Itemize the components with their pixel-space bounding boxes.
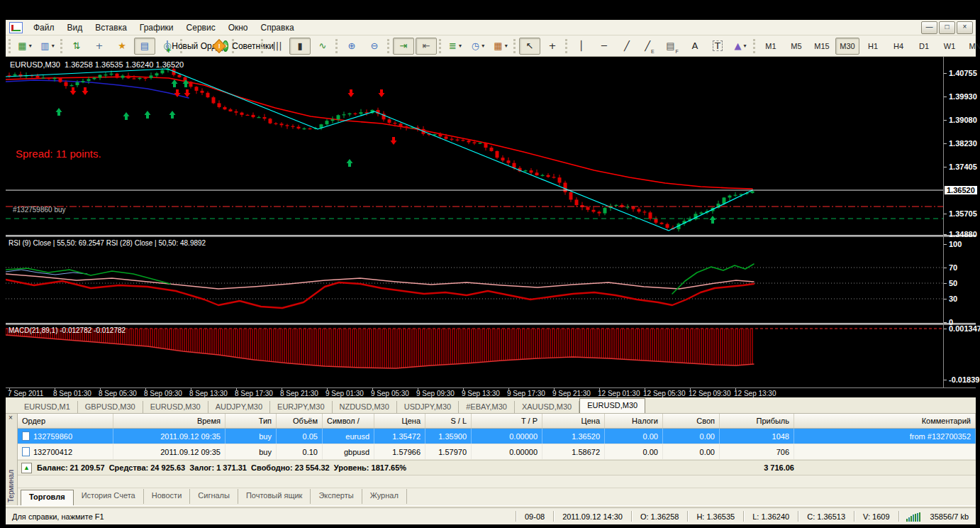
toolbar-grip[interactable] xyxy=(565,39,567,53)
terminal-tab-signals[interactable]: Сигналы xyxy=(190,489,238,504)
text-button[interactable]: A xyxy=(684,38,706,55)
column-header-5[interactable]: Цена xyxy=(374,414,425,428)
cursor-button[interactable]: ↖ xyxy=(519,38,540,55)
timeframe-mn-button[interactable]: MN xyxy=(963,38,980,55)
column-header-1[interactable]: Время xyxy=(113,414,225,428)
indicators-list-button[interactable]: ≣▾ xyxy=(445,38,466,55)
pane-separator[interactable] xyxy=(6,323,976,325)
zoom-in-button[interactable]: ⊕ xyxy=(341,38,362,55)
timeframe-h1-button[interactable]: H1 xyxy=(861,38,885,55)
menu-charts[interactable]: Графики xyxy=(133,21,180,35)
toolbar-grip[interactable] xyxy=(513,39,516,53)
minimize-button[interactable]: — xyxy=(921,21,937,34)
toolbar-grip[interactable] xyxy=(753,39,755,53)
close-icon[interactable]: × xyxy=(9,414,13,422)
chevron-down-icon[interactable]: ▾ xyxy=(481,43,484,49)
terminal-tab-journal[interactable]: Журнал xyxy=(362,489,407,504)
order-row-132700412[interactable]: 1327004122011.09.12 09:35buy0.10gbpusd1.… xyxy=(18,444,976,460)
column-header-4[interactable]: Символ / xyxy=(323,414,374,428)
chart-tab-gbpusd-m30[interactable]: GBPUSD,M30 xyxy=(78,401,143,413)
chart-shift-button[interactable]: ⇤ xyxy=(416,38,437,55)
arrows-shapes-button[interactable]: ▲▾ xyxy=(730,38,751,55)
crosshair-button[interactable]: + xyxy=(542,38,563,55)
toolbar-grip[interactable] xyxy=(261,39,263,53)
column-header-8[interactable]: Цена xyxy=(542,414,605,428)
horizontal-line-button[interactable]: ─ xyxy=(594,38,615,55)
chart-tab-eurjpy-m30[interactable]: EURJPY,M30 xyxy=(270,401,332,413)
toolbar-grip[interactable] xyxy=(335,39,338,53)
timeframe-h4-button[interactable]: H4 xyxy=(886,38,911,55)
data-window-button[interactable]: + xyxy=(89,38,110,55)
chart-tab--ebay-m30[interactable]: #EBAY,M30 xyxy=(459,401,515,413)
chart-tab-eurusd-m30[interactable]: EURUSD,M30 xyxy=(143,401,208,413)
timeframe-m5-button[interactable]: M5 xyxy=(784,38,808,55)
vertical-line-button[interactable]: │ xyxy=(571,38,592,55)
auto-scroll-button[interactable]: ⇥ xyxy=(393,38,414,55)
line-chart-mode-button[interactable]: ∿ xyxy=(312,38,333,55)
toolbar-grip[interactable] xyxy=(9,39,11,53)
column-header-11[interactable]: Прибыль xyxy=(720,414,794,428)
timeframe-w1-button[interactable]: W1 xyxy=(937,38,962,55)
toolbar-grip[interactable] xyxy=(439,39,441,53)
rsi-indicator-pane[interactable] xyxy=(6,237,943,324)
column-header-9[interactable]: Налоги xyxy=(605,414,663,428)
chart-tab-eurusd-m30[interactable]: EURUSD,M30 xyxy=(579,398,645,413)
expert-advisors-button[interactable]: ▶Советники xyxy=(238,38,259,55)
timeframe-d1-button[interactable]: D1 xyxy=(912,38,936,55)
column-header-6[interactable]: S / L xyxy=(425,414,472,428)
menu-view[interactable]: Вид xyxy=(61,21,89,35)
text-label-button[interactable]: T xyxy=(707,38,728,55)
new-order-button[interactable]: Новый Ордер xyxy=(186,38,207,55)
market-watch-button[interactable]: ⇅ xyxy=(66,38,87,55)
templates-button[interactable]: ▦▾ xyxy=(490,38,511,55)
chart-area[interactable]: 1.407551.399301.390801.382301.374051.357… xyxy=(6,57,976,397)
bar-chart-mode-button[interactable]: ||| xyxy=(267,38,288,55)
price-chart[interactable] xyxy=(6,58,943,236)
terminal-tab-mailbox[interactable]: Почтовый ящик xyxy=(238,489,311,504)
close-button[interactable]: × xyxy=(957,21,973,34)
fibonacci-retracement-button[interactable]: ▤F xyxy=(662,38,683,55)
pane-separator[interactable] xyxy=(6,235,976,237)
menu-window[interactable]: Окно xyxy=(222,21,255,35)
trendline-button[interactable]: ╱ xyxy=(616,38,637,55)
equidistant-channel-button[interactable]: ╱E xyxy=(639,38,660,55)
column-header-0[interactable]: Ордер xyxy=(18,414,113,428)
price-scale[interactable]: 1.407551.399301.390801.382301.374051.357… xyxy=(943,57,976,387)
order-row-132759860[interactable]: 1327598602011.09.12 09:35buy0.05eurusd1.… xyxy=(18,429,976,444)
chevron-down-icon[interactable]: ▾ xyxy=(52,43,55,49)
terminal-tab-news[interactable]: Новости xyxy=(144,489,191,504)
menu-file[interactable]: Файл xyxy=(27,21,61,35)
timeframe-m15-button[interactable]: M15 xyxy=(810,38,834,55)
terminal-tab-trade[interactable]: Торговля xyxy=(21,490,74,506)
navigator-button[interactable]: ★ xyxy=(111,38,133,55)
balance-row[interactable]: ▲ Баланс: 21 209.57 Средства: 24 925.63 … xyxy=(18,460,976,475)
candlestick-mode-button[interactable]: ▮ xyxy=(289,38,311,55)
open-profiles-button[interactable]: ▥▾ xyxy=(37,38,58,55)
chart-tab-eurusd-m1[interactable]: EURUSD,M1 xyxy=(17,401,78,413)
toolbar-grip[interactable] xyxy=(60,39,62,53)
terminal-tab-account-history[interactable]: История Счета xyxy=(74,489,144,504)
column-header-10[interactable]: Своп xyxy=(663,414,720,428)
periods-button[interactable]: ◷▾ xyxy=(467,38,489,55)
restore-button[interactable]: □ xyxy=(939,21,955,34)
terminal-tab-experts[interactable]: Эксперты xyxy=(311,489,362,504)
menu-service[interactable]: Сервис xyxy=(180,21,222,35)
chevron-down-icon[interactable]: ▾ xyxy=(743,43,746,49)
chart-tab-usdjpy-m30[interactable]: USDJPY,M30 xyxy=(397,401,459,413)
column-header-7[interactable]: T / P xyxy=(472,414,542,428)
expand-arrow-icon[interactable]: ▲ xyxy=(21,463,32,473)
column-header-2[interactable]: Тип xyxy=(225,414,277,428)
time-axis[interactable]: 7 Sep 20118 Sep 01:308 Sep 05:308 Sep 09… xyxy=(6,387,976,397)
chevron-down-icon[interactable]: ▾ xyxy=(505,43,508,49)
menu-insert[interactable]: Вставка xyxy=(89,21,133,35)
terminal-toggle-button[interactable]: ▤ xyxy=(134,38,155,55)
chevron-down-icon[interactable]: ▾ xyxy=(459,43,462,49)
column-header-12[interactable]: Комментарий xyxy=(794,414,976,428)
menu-help[interactable]: Справка xyxy=(255,21,301,35)
chevron-down-icon[interactable]: ▾ xyxy=(29,43,32,49)
toolbar-grip[interactable] xyxy=(387,39,389,53)
timeframe-m1-button[interactable]: M1 xyxy=(759,38,783,55)
zoom-out-button[interactable]: ⊖ xyxy=(364,38,385,55)
chart-tab-audjpy-m30[interactable]: AUDJPY,M30 xyxy=(208,401,270,413)
new-chart-button[interactable]: ▦▾ xyxy=(14,38,35,55)
